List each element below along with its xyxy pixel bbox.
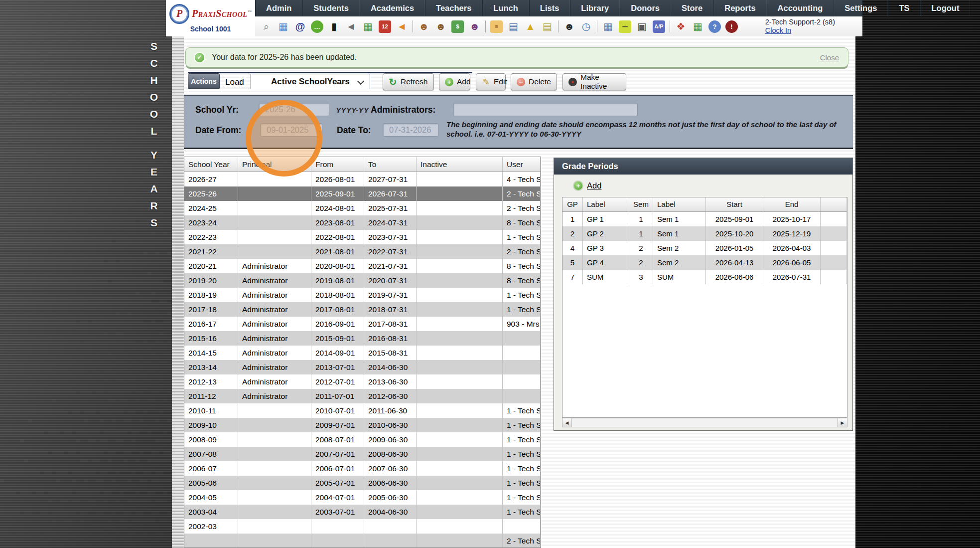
library-book-icon[interactable]: ▤ — [507, 20, 520, 33]
school-year-row[interactable]: 2017-18Administrator2017-08-012018-07-31… — [184, 302, 541, 317]
delete-button[interactable]: −Delete — [511, 73, 557, 90]
gp-column-header-sem-label[interactable]: Label — [653, 197, 706, 211]
lunch-icon[interactable]: ≡ — [490, 20, 503, 33]
school-year-row[interactable]: 2026-272026-08-012027-07-314 - Tech S — [184, 172, 541, 186]
nav-item-ts[interactable]: TS — [888, 0, 920, 16]
school-year-row[interactable]: 2019-20Administrator2019-08-012020-07-31… — [184, 273, 541, 288]
nav-item-teachers[interactable]: Teachers — [425, 0, 482, 16]
school-year-row[interactable]: 2010-112010-07-012011-06-301 - Tech S — [184, 403, 541, 418]
school-year-row[interactable]: 2016-17Administrator2016-09-012017-08-31… — [184, 317, 541, 331]
nav-item-donors[interactable]: Donors — [620, 0, 671, 16]
money-icon[interactable]: $ — [451, 20, 464, 33]
school-year-row[interactable]: 2005-062005-07-012006-06-301 - Tech S — [184, 476, 541, 490]
print-check-icon[interactable]: ▣ — [636, 20, 648, 33]
clock-in-link[interactable]: Clock In — [765, 26, 835, 35]
nav-item-admin[interactable]: Admin — [255, 0, 302, 16]
school-year-row[interactable]: 2020-21Administrator2020-08-012021-07-31… — [184, 259, 541, 273]
school-year-row-selected[interactable]: 2025-262025-09-012026-07-312 - Tech S — [184, 186, 541, 201]
grade-period-row[interactable]: 2GP 21Sem 12025-10-202025-12-19 — [562, 226, 847, 241]
gp-column-header-sem[interactable]: Sem — [629, 197, 653, 211]
email-at-icon[interactable]: @ — [294, 20, 306, 33]
calendar-schedule-icon[interactable]: ▦ — [362, 20, 374, 33]
school-year-row[interactable]: 2008-092008-07-012009-06-301 - Tech S — [184, 432, 541, 447]
pdf-icon[interactable]: ❖ — [675, 20, 687, 33]
school-year-row[interactable]: 2009-102009-07-012010-06-301 - Tech S — [184, 418, 541, 432]
edit-button[interactable]: ✎Edit — [476, 73, 506, 90]
bell-icon[interactable]: ▲ — [524, 20, 537, 33]
administrators-input[interactable] — [453, 103, 638, 116]
calendar-date-icon[interactable]: 12 — [379, 20, 391, 33]
nurse-icon[interactable]: ☻ — [418, 20, 430, 33]
megaphone-icon[interactable]: ◄ — [396, 20, 408, 33]
make-inactive-button[interactable]: ■Make Inactive — [562, 73, 626, 90]
nav-item-academics[interactable]: Academics — [360, 0, 425, 16]
column-header-to[interactable]: To — [364, 157, 417, 172]
grade-period-row[interactable]: 1GP 11Sem 12025-09-012025-10-17 — [562, 212, 847, 226]
grade-period-add-link[interactable]: + Add — [574, 181, 601, 190]
staff-icon[interactable]: ☻ — [563, 20, 575, 33]
gp-column-header-gp[interactable]: GP — [562, 197, 583, 211]
calendar-grid-icon[interactable]: ▦ — [277, 20, 289, 33]
nav-item-lunch[interactable]: Lunch — [482, 0, 529, 16]
grade-period-row[interactable]: 5GP 42Sem 22026-04-132026-06-05 — [562, 255, 847, 270]
school-year-row[interactable]: 2002-03 — [184, 519, 541, 534]
school-year-row[interactable]: 2006-072006-07-012007-06-301 - Tech S — [184, 461, 541, 476]
date-from-input[interactable]: 09-01-2025 — [260, 123, 322, 137]
nav-item-logout[interactable]: Logout — [921, 0, 971, 16]
school-year-row[interactable]: 2003-042003-07-012004-06-301 - Tech S — [184, 505, 541, 519]
column-header-inactive[interactable]: Inactive — [417, 157, 503, 172]
grade-period-row[interactable]: 7SUM3SUM2026-06-062026-07-31 — [562, 270, 847, 284]
add-button[interactable]: +Add — [439, 73, 470, 90]
cash-register-icon[interactable]: ▦ — [692, 20, 704, 33]
load-schoolyears-select[interactable]: Active SchoolYears — [251, 74, 370, 89]
chat-icon[interactable]: … — [311, 20, 323, 33]
phone-icon[interactable]: ▮ — [328, 20, 340, 33]
grade-period-row[interactable]: 4GP 32Sem 22026-01-052026-04-03 — [562, 241, 847, 255]
scroll-left-arrow-icon[interactable]: ◀ — [562, 418, 572, 427]
scroll-right-arrow-icon[interactable]: ▶ — [838, 418, 847, 427]
column-header-school-year[interactable]: School Year — [184, 157, 238, 172]
gp-column-header-label[interactable]: Label — [583, 197, 629, 211]
family-icon[interactable]: ☻ — [468, 20, 481, 33]
nav-item-lists[interactable]: Lists — [529, 0, 570, 16]
search-icon[interactable]: ⌕ — [260, 20, 273, 33]
school-year-row[interactable]: 2024-252024-08-012025-07-312 - Tech S — [184, 201, 541, 215]
school-year-row[interactable]: 2007-082007-07-012008-06-301 - Tech S — [184, 447, 541, 461]
bank-check-icon[interactable]: — — [619, 20, 631, 33]
nav-item-library[interactable]: Library — [570, 0, 620, 16]
school-year-row[interactable]: 2004-052004-07-012005-06-301 - Tech S — [184, 490, 541, 505]
school-year-row[interactable]: 2011-12Administrator2011-07-012012-06-30 — [184, 389, 541, 403]
school-year-row[interactable]: 2 - Tech S — [184, 534, 541, 548]
refresh-button[interactable]: ↻Refresh — [383, 73, 434, 90]
school-year-row[interactable]: 2013-14Administrator2013-07-012014-06-30 — [184, 360, 541, 374]
nav-item-reports[interactable]: Reports — [713, 0, 766, 16]
gp-column-header-start[interactable]: Start — [706, 197, 763, 211]
school-year-row[interactable]: 2022-232022-08-012023-07-311 - Tech S — [184, 230, 541, 244]
nav-item-store[interactable]: Store — [671, 0, 713, 16]
school-year-row[interactable]: 2021-222021-08-012022-07-312 - Tech S — [184, 244, 541, 259]
gp-column-header-end[interactable]: End — [763, 197, 821, 211]
alert-icon[interactable]: ! — [725, 20, 738, 33]
clock-icon[interactable]: ◷ — [580, 20, 592, 33]
school-year-row[interactable]: 2018-19Administrator2018-08-012019-07-31… — [184, 288, 541, 302]
note-send-icon[interactable]: ▤ — [541, 20, 554, 33]
school-year-row[interactable]: 2023-242023-08-012024-07-318 - Tech S — [184, 215, 541, 230]
school-year-row[interactable]: 2015-16Administrator2015-09-012016-08-31 — [184, 331, 541, 346]
column-header-principal[interactable]: Principal — [238, 157, 311, 172]
ap-icon[interactable]: A/P — [653, 20, 665, 33]
nav-item-settings[interactable]: Settings — [834, 0, 888, 16]
column-header-user[interactable]: User — [503, 157, 541, 172]
date-to-input[interactable]: 07-31-2026 — [383, 123, 438, 137]
nav-item-students[interactable]: Students — [302, 0, 360, 16]
speaker-icon[interactable]: ◄ — [345, 20, 357, 33]
nav-item-accounting[interactable]: Accounting — [767, 0, 834, 16]
notification-close-link[interactable]: Close — [820, 53, 839, 62]
school-year-row[interactable]: 2014-15Administrator2014-09-012015-08-31 — [184, 346, 541, 360]
person-icon[interactable]: ☻ — [434, 20, 447, 33]
help-icon[interactable]: ? — [708, 20, 721, 33]
school-yr-input[interactable]: 2025-26 — [259, 103, 329, 116]
grade-periods-hscrollbar[interactable]: ◀ ▶ — [562, 418, 847, 427]
school-year-row[interactable]: 2012-13Administrator2012-07-012013-06-30 — [184, 374, 541, 389]
column-header-from[interactable]: From — [311, 157, 364, 172]
actions-tab[interactable]: Actions — [188, 73, 220, 89]
